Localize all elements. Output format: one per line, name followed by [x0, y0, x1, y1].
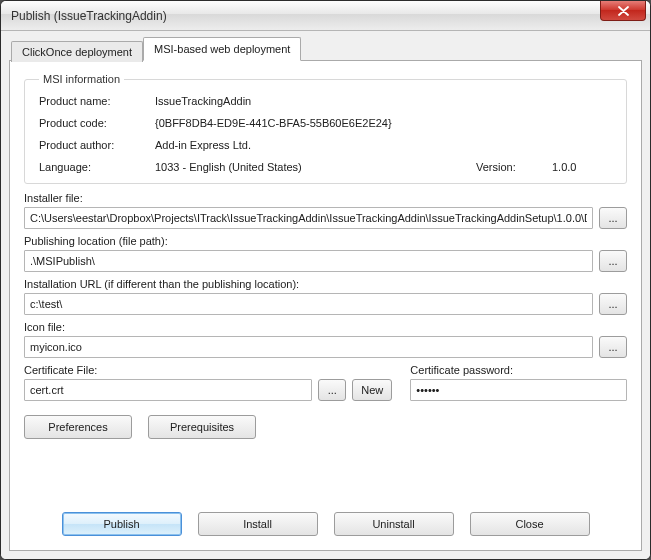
installation-url-browse-button[interactable]: ... [599, 293, 627, 315]
certificate-file-input[interactable] [24, 379, 312, 401]
certificate-file-browse-button[interactable]: ... [318, 379, 346, 401]
certificate-password-input[interactable] [410, 379, 627, 401]
label-product-name: Product name: [39, 95, 149, 107]
value-version: 1.0.0 [552, 161, 612, 173]
publish-dialog: Publish (IssueTrackingAddin) ClickOnce d… [0, 0, 651, 560]
icon-file-browse-button[interactable]: ... [599, 336, 627, 358]
label-product-code: Product code: [39, 117, 149, 129]
publishing-location-browse-button[interactable]: ... [599, 250, 627, 272]
value-product-name: IssueTrackingAddin [155, 95, 612, 107]
preferences-button[interactable]: Preferences [24, 415, 132, 439]
content-area: ClickOnce deployment MSI-based web deplo… [1, 31, 650, 559]
msi-info-legend: MSI information [39, 73, 124, 85]
label-language: Language: [39, 161, 149, 173]
window-close-button[interactable] [600, 1, 646, 21]
label-installation-url: Installation URL (if different than the … [24, 278, 627, 290]
installation-url-input[interactable] [24, 293, 593, 315]
certificate-new-button[interactable]: New [352, 379, 392, 401]
icon-file-input[interactable] [24, 336, 593, 358]
label-certificate-password: Certificate password: [410, 364, 627, 376]
install-button[interactable]: Install [198, 512, 318, 536]
uninstall-button[interactable]: Uninstall [334, 512, 454, 536]
tab-bar: ClickOnce deployment MSI-based web deplo… [9, 37, 642, 61]
tab-msi[interactable]: MSI-based web deployment [143, 37, 301, 61]
label-certificate-file: Certificate File: [24, 364, 392, 376]
window-title: Publish (IssueTrackingAddin) [11, 9, 167, 23]
tab-panel-msi: MSI information Product name: IssueTrack… [9, 60, 642, 551]
label-product-author: Product author: [39, 139, 149, 151]
value-language: 1033 - English (United States) [155, 161, 470, 173]
label-icon-file: Icon file: [24, 321, 627, 333]
value-product-author: Add-in Express Ltd. [155, 139, 612, 151]
label-publishing-location: Publishing location (file path): [24, 235, 627, 247]
close-button[interactable]: Close [470, 512, 590, 536]
prerequisites-button[interactable]: Prerequisites [148, 415, 256, 439]
titlebar: Publish (IssueTrackingAddin) [1, 1, 650, 31]
publishing-location-input[interactable] [24, 250, 593, 272]
value-product-code: {0BFF8DB4-ED9E-441C-BFA5-55B60E6E2E24} [155, 117, 612, 129]
installer-file-input[interactable] [24, 207, 593, 229]
publish-button[interactable]: Publish [62, 512, 182, 536]
dialog-footer: Publish Install Uninstall Close [24, 496, 627, 540]
label-version: Version: [476, 161, 546, 173]
msi-information-group: MSI information Product name: IssueTrack… [24, 73, 627, 184]
tab-clickonce[interactable]: ClickOnce deployment [11, 41, 143, 62]
label-installer-file: Installer file: [24, 192, 627, 204]
close-icon [618, 6, 629, 16]
installer-file-browse-button[interactable]: ... [599, 207, 627, 229]
